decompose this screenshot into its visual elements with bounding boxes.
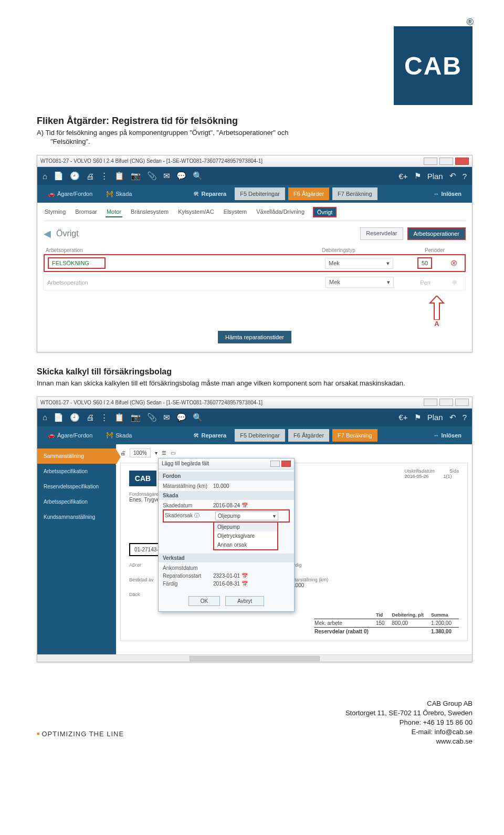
help-icon[interactable]: ? [463, 172, 467, 181]
sidebar-item-kund[interactable]: Kundsammanställning [37, 509, 116, 525]
euro-icon[interactable]: €+ [399, 413, 408, 422]
subtab-motor[interactable]: Motor [106, 207, 122, 217]
tab-f7[interactable]: F7 Beräkning [332, 429, 377, 442]
sidebar-item-summary[interactable]: Sammanställning [37, 448, 116, 464]
zoom-level[interactable]: 100% [130, 448, 151, 457]
tab-repair[interactable]: 🛠 Reparera [188, 187, 232, 200]
note-icon[interactable]: 📋 [114, 171, 124, 181]
opt-oljetryck[interactable]: Oljetrycksgivare [214, 531, 277, 540]
chip-reservdelar[interactable]: Reservdelar [360, 227, 403, 240]
file-icon[interactable]: 📄 [54, 413, 64, 422]
subtab-ovrigt[interactable]: Övrigt [313, 207, 337, 217]
print-icon[interactable]: 🖨 [86, 172, 94, 181]
tab-repair[interactable]: 🛠 Reparera [188, 429, 232, 442]
clock-icon[interactable]: 🕘 [70, 413, 80, 422]
plan-icon[interactable]: Plan [427, 172, 443, 181]
row-blank[interactable]: Arbetsoperation Mek▾ Peri ⊕ [44, 274, 466, 290]
close-button[interactable] [455, 399, 469, 406]
calendar-icon[interactable]: 📅 [242, 581, 248, 587]
fardig-input[interactable]: 2016-08-31 [213, 581, 240, 587]
minimize-button[interactable] [424, 158, 437, 165]
home-icon[interactable]: ⌂ [43, 413, 47, 422]
tab-f5[interactable]: F5 Debiteringar [235, 429, 285, 442]
chat-icon[interactable]: 💬 [176, 413, 186, 422]
flag-icon[interactable]: ⚑ [414, 171, 421, 181]
camera-icon[interactable]: 📷 [131, 171, 141, 181]
info-icon[interactable]: ⓘ [194, 513, 200, 518]
fetch-times-button[interactable]: Hämta reparationstider [218, 331, 291, 343]
file-icon[interactable]: 📄 [54, 171, 64, 181]
back-icon[interactable]: ◀ [44, 228, 51, 239]
dialog-close-icon[interactable] [281, 461, 291, 467]
fit-icon[interactable]: ☰ [162, 450, 166, 456]
search-icon[interactable]: 🔍 [193, 171, 203, 181]
tab-damage[interactable]: 🚧 Skada [101, 429, 137, 442]
skadeorsak-select[interactable]: Oljepump▾ [215, 512, 278, 520]
chat-icon[interactable]: 💬 [176, 171, 186, 181]
subtab-styrning[interactable]: Styrning [44, 207, 67, 217]
sidebar-item-arbspec2[interactable]: Arbetsspecifikation [37, 494, 116, 509]
cancel-button[interactable]: Avbryt [225, 596, 264, 606]
note-icon[interactable]: 📋 [114, 413, 124, 422]
tab-inlosen[interactable]: ↔ Inlösen [428, 429, 467, 442]
clock-icon[interactable]: 🕘 [70, 171, 80, 181]
close-button[interactable] [455, 158, 469, 165]
window-controls-2[interactable] [424, 399, 469, 406]
calendar-icon[interactable]: 📅 [242, 503, 248, 508]
tab-inlosen[interactable]: ↔ Inlösen [428, 187, 467, 200]
euro-icon[interactable]: €+ [399, 172, 408, 181]
sidebar-item-arbspec[interactable]: Arbetsspecifikation [37, 464, 116, 479]
window-controls[interactable] [424, 158, 469, 165]
repstart-input[interactable]: 2323-01-01 [213, 573, 240, 579]
mail-icon[interactable]: ✉ [163, 171, 170, 181]
dialog-title: Lägg till begärda fält [162, 461, 209, 466]
skadedatum-input[interactable]: 2016-08-24 [213, 503, 240, 508]
print-icon[interactable]: 🖨 [86, 413, 94, 422]
period-input[interactable]: 50 [417, 257, 432, 269]
matar-input[interactable]: 10.000 [213, 483, 290, 489]
mail-icon[interactable]: ✉ [163, 413, 170, 422]
home-icon[interactable]: ⌂ [43, 172, 47, 181]
deb-select-2[interactable]: Mek▾ [326, 277, 394, 288]
attach-icon[interactable]: 📎 [147, 413, 157, 422]
tab-f5[interactable]: F5 Debiteringar [235, 187, 285, 200]
tab-f6[interactable]: F6 Åtgärder [288, 187, 329, 200]
page-icon[interactable]: ▭ [171, 450, 175, 456]
tab-owner[interactable]: 🚗 Ägare/Fordon [43, 429, 98, 442]
opt-annan[interactable]: Annan orsak [214, 540, 277, 549]
undo-icon[interactable]: ↶ [449, 413, 456, 422]
sidebar-item-resspec[interactable]: Reservdelsspecifikation [37, 479, 116, 494]
search-icon[interactable]: 🔍 [193, 413, 203, 422]
maximize-button[interactable] [439, 399, 453, 406]
camera-icon[interactable]: 📷 [131, 413, 141, 422]
subtab-vaxel[interactable]: Växellåda/Drivning [255, 207, 306, 217]
maximize-button[interactable] [439, 158, 453, 165]
subtab-bransle[interactable]: Bränslesystem [130, 207, 170, 217]
horizontal-scrollbar[interactable] [37, 654, 472, 662]
tab-damage[interactable]: 🚧 Skada [101, 187, 137, 201]
attach-icon[interactable]: 📎 [147, 171, 157, 181]
tab-f6[interactable]: F6 Åtgärder [288, 429, 329, 442]
plan-icon[interactable]: Plan [427, 413, 443, 422]
add-row-icon[interactable]: ⊕ [446, 279, 462, 286]
tab-f7[interactable]: F7 Beräkning [332, 187, 377, 200]
undo-icon[interactable]: ↶ [449, 171, 456, 181]
tab-owner[interactable]: 🚗 Ägare/Fordon [43, 187, 98, 201]
deb-select[interactable]: Mek▾ [325, 258, 393, 269]
minimize-button[interactable] [424, 399, 437, 406]
help-icon[interactable]: ? [463, 413, 467, 422]
row-felsokning[interactable]: FELSÖKNING Mek▾ 50 ⓧ [44, 254, 466, 272]
opt-oljepump[interactable]: Oljepump [214, 523, 277, 531]
dialog-min-icon[interactable] [270, 461, 280, 467]
subtab-el[interactable]: Elsystem [223, 207, 248, 217]
chip-arbetsoperationer[interactable]: Arbetsoperationer [407, 227, 466, 240]
print-icon[interactable]: 🖨 [120, 450, 125, 456]
delete-row-icon[interactable]: ⓧ [446, 259, 461, 267]
zoom-dropdown-icon[interactable]: ▾ [155, 450, 158, 456]
op-name-input[interactable]: FELSÖKNING [48, 257, 106, 269]
flag-icon[interactable]: ⚑ [414, 413, 421, 422]
subtab-bromsar[interactable]: Bromsar [74, 207, 98, 217]
subtab-kyl[interactable]: Kylsystem/AC [177, 207, 215, 217]
calendar-icon[interactable]: 📅 [242, 573, 248, 579]
ok-button[interactable]: OK [188, 596, 220, 606]
